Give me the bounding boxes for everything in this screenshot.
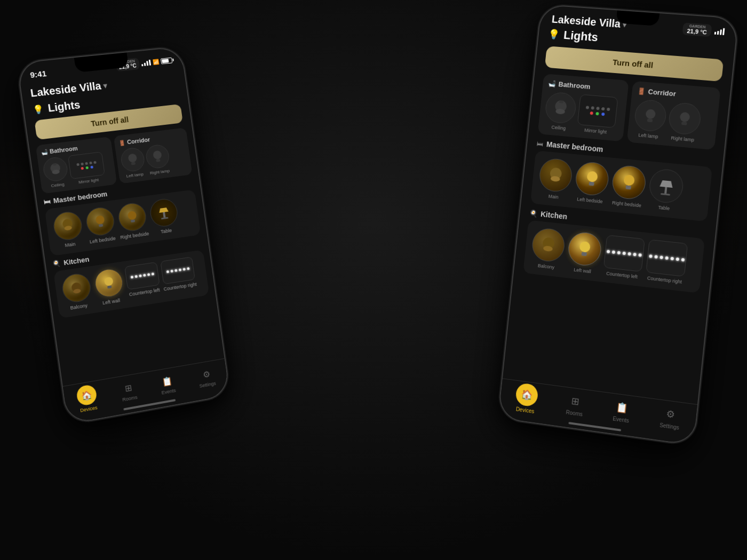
ctl-dots	[607, 250, 642, 257]
left-wall-circle-2	[567, 231, 602, 267]
nav-settings-label-1: Settings	[199, 381, 216, 389]
countertop-right-circle-2	[646, 239, 688, 277]
right-lamp-circle-1	[145, 143, 171, 169]
kitchen-icon-1: 🍳	[52, 259, 61, 268]
svg-point-9	[95, 215, 105, 225]
bed-icon-2: 🛏	[536, 139, 544, 148]
phone-2-screen: Lakeside Villa ▾ GARDEN 21,9 °C	[498, 5, 738, 444]
corridor-label-2: Corridor	[648, 87, 677, 98]
left-bedside-circle-2	[574, 161, 610, 197]
bar1	[141, 64, 143, 66]
main-circle-2	[538, 157, 573, 193]
countertop-right-circle-1	[161, 257, 196, 284]
svg-point-38	[579, 241, 591, 253]
nav-events-1[interactable]: 📋 Events	[159, 373, 176, 395]
ctr-dots	[649, 254, 685, 261]
ceiling-circle-2	[544, 91, 577, 124]
right-bedside-2[interactable]: Right bedside	[610, 164, 647, 209]
left-wall-label-2: Left wall	[574, 267, 591, 275]
ctl1	[607, 250, 610, 253]
right-lamp-1[interactable]: Right lamp	[145, 143, 171, 175]
left-wall-1[interactable]: Left wall	[92, 267, 126, 307]
bulb-on-svg2	[125, 209, 139, 226]
corridor-lights-2: Left lamp Right lamp	[633, 99, 713, 144]
countertop-right-1[interactable]: Countertop right	[160, 257, 197, 297]
left-wall-2[interactable]: Left wall	[566, 231, 603, 275]
chevron-1: ▾	[102, 81, 107, 90]
mirror-label-2: Mirror light	[584, 127, 607, 135]
svg-rect-39	[582, 252, 587, 256]
left-lamp-circle-2	[633, 99, 667, 132]
right-bedside-1[interactable]: Right bedside	[116, 202, 149, 241]
ctl4	[622, 252, 626, 255]
corridor-label-1: Corridor	[126, 136, 150, 145]
crd4	[179, 269, 181, 272]
balcony-1[interactable]: Balcony	[60, 272, 94, 312]
balcony-2[interactable]: Balcony	[530, 227, 566, 271]
bathroom-corridor-row-2: 🛁 Bathroom	[538, 74, 721, 150]
nav-rooms-1[interactable]: ⊞ Rooms	[120, 380, 138, 403]
scene: 9:41 GARDEN 21,9 °C 📶	[0, 0, 747, 560]
bar4	[149, 59, 151, 65]
right-lamp-2[interactable]: Right lamp	[667, 102, 702, 143]
corridor-icon-1: 🚪	[118, 139, 125, 146]
main-light-1[interactable]: Main	[51, 210, 85, 250]
nav-events-2[interactable]: 📋 Events	[613, 399, 631, 423]
mirror-circle-2	[577, 94, 618, 129]
countertop-left-2[interactable]: Countertop left	[602, 235, 645, 280]
nav-devices-1[interactable]: 🏠 Devices	[76, 384, 99, 414]
dot3	[85, 162, 88, 165]
balcony-svg-2	[538, 235, 559, 255]
csd1	[130, 276, 133, 279]
ceiling-light-1[interactable]: Ceiling	[42, 156, 70, 189]
svg-rect-30	[589, 182, 594, 186]
svg-point-5	[153, 150, 162, 160]
countertop-left-circle-2	[603, 235, 645, 272]
mirror-light-1[interactable]: Mirror light	[68, 151, 106, 186]
bulb-svg-r1	[151, 149, 164, 164]
rgb-dots-1	[81, 165, 93, 170]
nav-rooms-label-2: Rooms	[566, 409, 583, 417]
bathroom-label-row-2: 🛁 Bathroom	[548, 79, 623, 93]
phone-1-screen: 9:41 GARDEN 21,9 °C 📶	[18, 47, 229, 423]
ctr6	[676, 258, 679, 261]
svg-rect-6	[156, 159, 160, 162]
ctr1	[649, 254, 653, 258]
table-circle-1	[148, 197, 179, 228]
nav-events-icon-1: 📋	[160, 374, 174, 389]
table-circle-2	[648, 168, 685, 204]
nav-events-icon-2: 📋	[614, 399, 631, 417]
table-2[interactable]: Table	[647, 168, 685, 212]
nav-rooms-2[interactable]: ⊞ Rooms	[566, 393, 584, 418]
left-bedside-1[interactable]: Left bedside	[84, 206, 118, 245]
left-bedside-2[interactable]: Left bedside	[574, 161, 610, 205]
wifi-1: 📶	[152, 59, 159, 65]
main-label-2: Main	[548, 194, 559, 200]
nav-settings-label-2: Settings	[659, 422, 680, 430]
nav-settings-1[interactable]: ⚙ Settings	[197, 366, 216, 389]
countertop-left-1[interactable]: Countertop left	[124, 262, 162, 302]
svg-rect-26	[681, 122, 687, 125]
svg-point-23	[645, 109, 656, 119]
ms3	[596, 107, 600, 110]
kitchen-label-1: Kitchen	[63, 255, 90, 267]
nav-settings-2[interactable]: ⚙ Settings	[659, 405, 681, 430]
mirror-2[interactable]: Mirror light	[576, 94, 618, 135]
corridor-section-1: 🚪 Corridor Lef	[114, 127, 193, 183]
ceiling-2[interactable]: Ceiling	[543, 91, 577, 132]
left-wall-circle-1	[93, 267, 124, 299]
dot4	[89, 161, 92, 164]
svg-point-31	[623, 174, 635, 186]
left-lamp-2[interactable]: Left lamp	[633, 99, 667, 140]
countertop-right-2[interactable]: Countertop right	[645, 239, 688, 285]
bulb-on-svg1	[93, 213, 108, 230]
table-lamp-svg1	[155, 204, 172, 221]
bar2-4	[722, 28, 725, 35]
right-lamp-label-1: Right lamp	[149, 169, 170, 176]
table-light-1[interactable]: Table	[148, 197, 181, 236]
nav-devices-2[interactable]: 🏠 Devices	[514, 382, 538, 415]
left-lamp-1[interactable]: Left lamp	[120, 147, 147, 179]
csd5	[147, 273, 150, 276]
main-2[interactable]: Main	[537, 157, 574, 201]
ceiling-circle-1	[42, 156, 69, 183]
